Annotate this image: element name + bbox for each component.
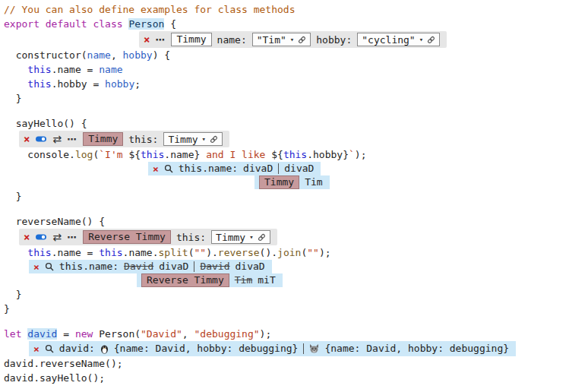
close-icon[interactable]: × (24, 134, 30, 144)
example-chip-reverse-timmy[interactable]: Reverse Timmy (141, 273, 229, 287)
example-chip-timmy[interactable]: Timmy (83, 132, 123, 146)
blank-line (4, 106, 569, 116)
magnifier-icon[interactable] (164, 164, 173, 173)
close-icon[interactable]: × (144, 34, 150, 45)
code-token: .name = (52, 247, 100, 258)
punct-token: } (4, 191, 21, 202)
blank-line (4, 316, 569, 327)
link-icon[interactable] (427, 36, 435, 44)
punct-token: , (111, 49, 123, 61)
code-token: reverseName() { (4, 216, 105, 227)
code-token: console. (4, 149, 75, 160)
punct-token: , (182, 328, 194, 340)
close-icon[interactable]: × (33, 344, 40, 354)
example-chip-timmy[interactable]: Timmy (259, 175, 299, 189)
example-chip-reverse-timmy[interactable]: Reverse Timmy (83, 230, 171, 244)
punct-token: ). (206, 247, 218, 258)
comment-text: // You can also define examples for clas… (4, 4, 296, 15)
keyword-token: export default class (4, 18, 128, 30)
close-icon[interactable]: × (153, 164, 159, 174)
this-label: this: (176, 232, 206, 243)
result-old-value: David (200, 260, 229, 273)
code-line-constructor: constructor(name, hobby) { (4, 48, 569, 62)
this-token: this (99, 247, 122, 258)
code-token: Person( (99, 328, 141, 340)
indent (4, 78, 27, 90)
code-token: david.reverseName(); (4, 358, 123, 369)
magnifier-icon[interactable] (45, 344, 54, 353)
keyword-token: new (75, 328, 99, 340)
punct-token: } (4, 93, 21, 104)
punct-token: ${ (271, 149, 283, 160)
indent (4, 64, 27, 75)
this-value-dropdown[interactable]: Timmy ▾ (211, 230, 270, 244)
code-line-console-log: console.log(`I'm ${this.name} and I like… (4, 147, 569, 162)
param-token: name (99, 64, 122, 75)
link-icon[interactable] (258, 233, 266, 242)
link-icon[interactable] (298, 36, 306, 44)
more-icon[interactable]: ⋯ (155, 34, 166, 46)
watch-toggle-icon[interactable] (35, 232, 47, 242)
punct-token: = (57, 328, 74, 340)
punct-token: ); (260, 328, 272, 340)
code-line-reversename-open: reverseName() { (4, 214, 569, 229)
separator (303, 343, 304, 354)
code-line-ctor-close: } (4, 91, 569, 106)
code-line-assign-name: this.name = name (4, 62, 569, 77)
code-editor: // You can also define examples for clas… (0, 0, 569, 385)
this-value-dropdown[interactable]: Timmy ▾ (163, 132, 223, 146)
keyword-token: let (4, 328, 27, 340)
code-line-call-say: david.sayHello(); (4, 371, 569, 385)
example-chip-timmy[interactable]: Timmy (171, 33, 211, 46)
close-icon[interactable]: × (24, 232, 30, 242)
code-token: .name. (123, 247, 159, 258)
code-token: .hobby (307, 149, 343, 160)
punct-token: ) { (153, 49, 170, 61)
hobby-value-dropdown[interactable]: "cycling" ▾ (357, 33, 440, 46)
code-token: .name (164, 149, 194, 160)
name-value-dropdown[interactable]: "Tim" ▾ (252, 33, 311, 46)
dropdown-value: Timmy (168, 134, 198, 145)
name-param-label: name: (217, 34, 247, 46)
class-example-widget: × ⋯ Timmy name: "Tim" ▾ hobby: "cycling"… (139, 31, 447, 48)
punct-token: (). (260, 247, 277, 258)
code-line-sayhello-close: } (4, 189, 569, 204)
magnifier-icon[interactable] (45, 262, 54, 271)
this-token: this (27, 78, 51, 90)
result-label: this.name: (59, 260, 119, 273)
code-line-call-reverse: david.reverseName(); (4, 356, 569, 371)
result-value: divaD (236, 260, 265, 273)
code-line-class-close: } (4, 302, 569, 316)
punct-token: ; (134, 78, 141, 90)
swap-arrows-icon[interactable]: ⇄ (52, 133, 62, 145)
this-token: this (27, 247, 51, 258)
more-icon[interactable]: ⋯ (67, 134, 77, 145)
close-icon[interactable]: × (33, 262, 40, 272)
code-line-sayhello-open: sayHello() { (4, 116, 569, 131)
result-label: this.name: (179, 162, 238, 175)
separator (194, 261, 194, 272)
code-line-instantiate: let david = new Person("David", "debuggi… (4, 327, 569, 341)
code-token: constructor( (4, 49, 87, 61)
link-icon[interactable] (210, 135, 218, 144)
swap-arrows-icon[interactable]: ⇄ (52, 231, 62, 243)
string-token: "" (194, 247, 207, 258)
reversename-example-result-row: Reverse Timmy Tim miT (137, 273, 283, 287)
this-token: this (141, 149, 164, 160)
code-token: david.sayHello(); (4, 372, 105, 384)
dropdown-value: Timmy (216, 232, 245, 243)
result-value: {name: David, hobby: debugging} (114, 342, 299, 356)
wolf-icon (309, 344, 319, 353)
chevron-down-icon: ▾ (290, 36, 294, 43)
code-line-comment: // You can also define examples for clas… (4, 2, 569, 17)
watch-toggle-icon[interactable] (35, 134, 47, 144)
blank-line (4, 204, 569, 214)
result-value: divaD (243, 162, 273, 175)
more-icon[interactable]: ⋯ (67, 232, 77, 243)
function-token: join (277, 247, 301, 258)
indent (4, 247, 27, 258)
punct-token: } (343, 149, 349, 160)
this-label: this: (128, 134, 158, 145)
this-token: this (283, 149, 307, 160)
sayhello-example-result-row: Timmy Tim (254, 175, 330, 189)
